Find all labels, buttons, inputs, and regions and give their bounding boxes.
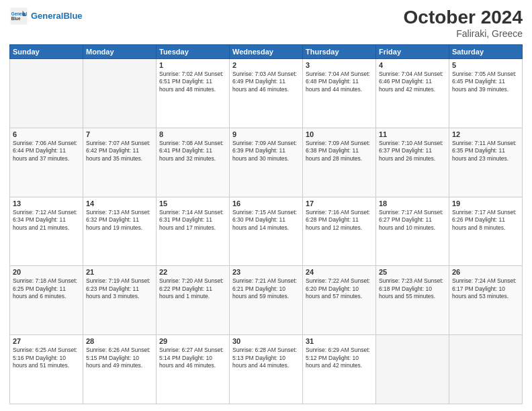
- day-info: Sunrise: 7:08 AM Sunset: 6:41 PM Dayligh…: [159, 140, 226, 163]
- logo-blue: Blue: [63, 11, 82, 21]
- day-info: Sunrise: 7:02 AM Sunset: 6:51 PM Dayligh…: [159, 71, 226, 93]
- day-of-week-header: Thursday: [303, 45, 376, 59]
- day-info: Sunrise: 7:09 AM Sunset: 6:39 PM Dayligh…: [232, 140, 300, 163]
- calendar-cell: 5Sunrise: 7:05 AM Sunset: 6:45 PM Daylig…: [449, 59, 523, 128]
- day-info: Sunrise: 7:10 AM Sunset: 6:37 PM Dayligh…: [379, 140, 446, 163]
- day-number: 12: [452, 130, 519, 138]
- day-info: Sunrise: 7:04 AM Sunset: 6:48 PM Dayligh…: [306, 71, 373, 93]
- day-number: 2: [232, 61, 300, 69]
- day-info: Sunrise: 6:28 AM Sunset: 5:13 PM Dayligh…: [232, 347, 300, 369]
- day-info: Sunrise: 7:21 AM Sunset: 6:21 PM Dayligh…: [232, 277, 300, 300]
- day-number: 11: [379, 130, 446, 138]
- logo: General Blue GeneralBlue: [9, 7, 83, 26]
- day-number: 19: [452, 199, 519, 208]
- day-number: 24: [306, 268, 373, 276]
- calendar-cell: 23Sunrise: 7:21 AM Sunset: 6:21 PM Dayli…: [230, 266, 303, 335]
- title-block: October 2024 Faliraki, Greece: [404, 7, 523, 39]
- day-number: 27: [13, 337, 80, 345]
- day-info: Sunrise: 7:19 AM Sunset: 6:23 PM Dayligh…: [86, 277, 153, 300]
- calendar-cell: 3Sunrise: 7:04 AM Sunset: 6:48 PM Daylig…: [303, 59, 376, 128]
- calendar-cell: 11Sunrise: 7:10 AM Sunset: 6:37 PM Dayli…: [376, 128, 449, 197]
- calendar-cell: 14Sunrise: 7:13 AM Sunset: 6:32 PM Dayli…: [83, 197, 157, 266]
- header: General Blue GeneralBlue October 2024 Fa…: [9, 7, 523, 39]
- calendar-cell: 22Sunrise: 7:20 AM Sunset: 6:22 PM Dayli…: [157, 266, 230, 335]
- day-number: 15: [159, 199, 226, 208]
- day-info: Sunrise: 7:05 AM Sunset: 6:45 PM Dayligh…: [452, 71, 519, 93]
- calendar-cell: [376, 335, 449, 404]
- calendar-cell: 13Sunrise: 7:12 AM Sunset: 6:34 PM Dayli…: [10, 197, 83, 266]
- day-number: 13: [13, 199, 80, 208]
- calendar-header-row: SundayMondayTuesdayWednesdayThursdayFrid…: [10, 45, 523, 59]
- calendar-cell: 20Sunrise: 7:18 AM Sunset: 6:25 PM Dayli…: [10, 266, 83, 335]
- day-number: 1: [159, 61, 226, 69]
- day-info: Sunrise: 7:18 AM Sunset: 6:25 PM Dayligh…: [13, 277, 80, 300]
- day-number: 26: [452, 268, 519, 276]
- day-number: 23: [232, 268, 300, 276]
- day-of-week-header: Monday: [83, 45, 157, 59]
- day-number: 31: [306, 337, 373, 345]
- day-info: Sunrise: 7:07 AM Sunset: 6:42 PM Dayligh…: [86, 140, 153, 163]
- day-number: 10: [306, 130, 373, 138]
- calendar-cell: 8Sunrise: 7:08 AM Sunset: 6:41 PM Daylig…: [157, 128, 230, 197]
- calendar-cell: 16Sunrise: 7:15 AM Sunset: 6:30 PM Dayli…: [230, 197, 303, 266]
- calendar-cell: 26Sunrise: 7:24 AM Sunset: 6:17 PM Dayli…: [449, 266, 523, 335]
- calendar-cell: 27Sunrise: 6:25 AM Sunset: 5:16 PM Dayli…: [10, 335, 83, 404]
- day-of-week-header: Tuesday: [157, 45, 230, 59]
- day-number: 14: [86, 199, 153, 208]
- calendar-cell: 31Sunrise: 6:29 AM Sunset: 5:12 PM Dayli…: [303, 335, 376, 404]
- page-container: General Blue GeneralBlue October 2024 Fa…: [0, 0, 532, 411]
- calendar-cell: 17Sunrise: 7:16 AM Sunset: 6:28 PM Dayli…: [303, 197, 376, 266]
- day-info: Sunrise: 7:12 AM Sunset: 6:34 PM Dayligh…: [13, 209, 80, 232]
- calendar-cell: [10, 59, 83, 128]
- day-info: Sunrise: 7:16 AM Sunset: 6:28 PM Dayligh…: [306, 209, 373, 232]
- calendar-cell: 18Sunrise: 7:17 AM Sunset: 6:27 PM Dayli…: [376, 197, 449, 266]
- day-info: Sunrise: 7:03 AM Sunset: 6:49 PM Dayligh…: [232, 71, 300, 93]
- calendar-cell: 15Sunrise: 7:14 AM Sunset: 6:31 PM Dayli…: [157, 197, 230, 266]
- day-number: 20: [13, 268, 80, 276]
- calendar-cell: 28Sunrise: 6:26 AM Sunset: 5:15 PM Dayli…: [83, 335, 157, 404]
- day-number: 6: [13, 130, 80, 138]
- day-number: 30: [232, 337, 300, 345]
- day-info: Sunrise: 7:15 AM Sunset: 6:30 PM Dayligh…: [232, 209, 300, 232]
- day-info: Sunrise: 7:11 AM Sunset: 6:35 PM Dayligh…: [452, 140, 519, 163]
- day-info: Sunrise: 6:26 AM Sunset: 5:15 PM Dayligh…: [86, 347, 153, 369]
- day-number: 28: [86, 337, 153, 345]
- day-number: 7: [86, 130, 153, 138]
- calendar-week-row: 6Sunrise: 7:06 AM Sunset: 6:44 PM Daylig…: [10, 128, 523, 197]
- day-info: Sunrise: 7:09 AM Sunset: 6:38 PM Dayligh…: [306, 140, 373, 163]
- svg-text:Blue: Blue: [11, 16, 21, 21]
- day-info: Sunrise: 7:14 AM Sunset: 6:31 PM Dayligh…: [159, 209, 226, 232]
- day-number: 4: [379, 61, 446, 69]
- day-info: Sunrise: 7:20 AM Sunset: 6:22 PM Dayligh…: [159, 277, 226, 300]
- day-of-week-header: Sunday: [10, 45, 83, 59]
- day-number: 22: [159, 268, 226, 276]
- calendar-cell: 25Sunrise: 7:23 AM Sunset: 6:18 PM Dayli…: [376, 266, 449, 335]
- day-info: Sunrise: 6:29 AM Sunset: 5:12 PM Dayligh…: [306, 347, 373, 369]
- calendar-cell: 29Sunrise: 6:27 AM Sunset: 5:14 PM Dayli…: [157, 335, 230, 404]
- day-info: Sunrise: 7:04 AM Sunset: 6:46 PM Dayligh…: [379, 71, 446, 93]
- logo-icon: General Blue: [9, 7, 28, 26]
- calendar-cell: 30Sunrise: 6:28 AM Sunset: 5:13 PM Dayli…: [230, 335, 303, 404]
- day-number: 16: [232, 199, 300, 208]
- calendar-week-row: 20Sunrise: 7:18 AM Sunset: 6:25 PM Dayli…: [10, 266, 523, 335]
- day-info: Sunrise: 7:22 AM Sunset: 6:20 PM Dayligh…: [306, 277, 373, 300]
- calendar-cell: 1Sunrise: 7:02 AM Sunset: 6:51 PM Daylig…: [157, 59, 230, 128]
- day-number: 29: [159, 337, 226, 345]
- calendar-cell: 12Sunrise: 7:11 AM Sunset: 6:35 PM Dayli…: [449, 128, 523, 197]
- month-title: October 2024: [404, 7, 523, 28]
- calendar-cell: [449, 335, 523, 404]
- day-of-week-header: Friday: [376, 45, 449, 59]
- calendar-cell: 4Sunrise: 7:04 AM Sunset: 6:46 PM Daylig…: [376, 59, 449, 128]
- logo-general: General: [31, 11, 63, 21]
- day-info: Sunrise: 7:23 AM Sunset: 6:18 PM Dayligh…: [379, 277, 446, 300]
- day-number: 9: [232, 130, 300, 138]
- day-of-week-header: Saturday: [449, 45, 523, 59]
- calendar-cell: 10Sunrise: 7:09 AM Sunset: 6:38 PM Dayli…: [303, 128, 376, 197]
- day-number: 17: [306, 199, 373, 208]
- calendar-cell: 19Sunrise: 7:17 AM Sunset: 6:26 PM Dayli…: [449, 197, 523, 266]
- day-number: 3: [306, 61, 373, 69]
- calendar-cell: 6Sunrise: 7:06 AM Sunset: 6:44 PM Daylig…: [10, 128, 83, 197]
- logo-text: GeneralBlue: [31, 11, 83, 21]
- calendar-cell: 9Sunrise: 7:09 AM Sunset: 6:39 PM Daylig…: [230, 128, 303, 197]
- day-info: Sunrise: 7:17 AM Sunset: 6:26 PM Dayligh…: [452, 209, 519, 232]
